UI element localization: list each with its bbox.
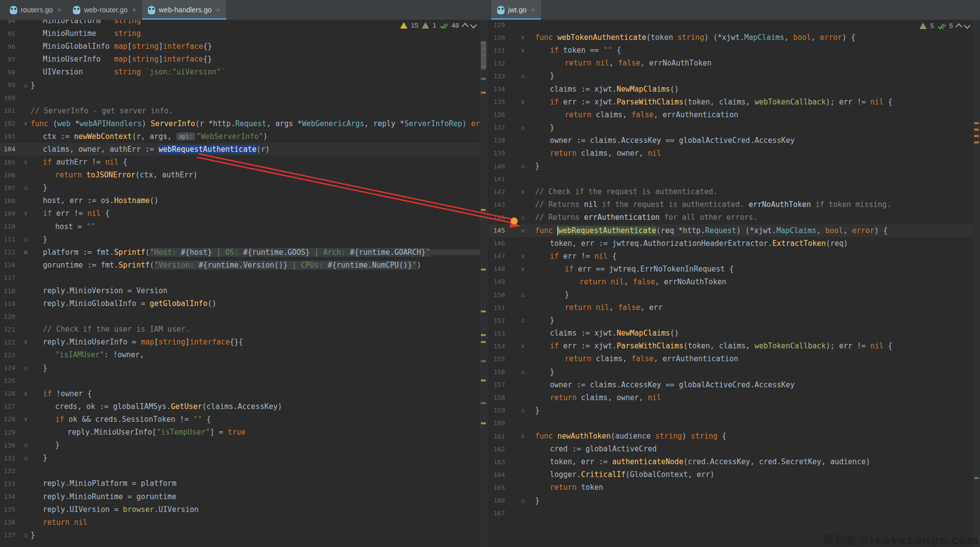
code-line[interactable]: 96MinioGlobalInfo map[string]interface{} — [0, 40, 480, 53]
code-text[interactable]: host = "" — [31, 222, 480, 231]
fold-marker-icon[interactable]: ⌂ — [510, 317, 535, 323]
warning-count[interactable]: 5 — [930, 22, 934, 30]
fold-marker-icon[interactable]: ⌂ — [21, 442, 31, 448]
chevron-down-icon[interactable] — [470, 21, 477, 28]
code-text[interactable]: logger.CriticalIf(GlobalContext, err) — [535, 470, 973, 479]
weak-warning-count[interactable]: 1 — [433, 22, 437, 29]
code-text[interactable]: // ServerInfo - get server info. — [31, 106, 480, 115]
code-line[interactable]: 109∨if err != nil { — [0, 207, 480, 220]
code-line[interactable]: 116goruntime := fmt.Sprintf("Version: #{… — [0, 259, 480, 272]
code-text[interactable]: return nil, false, errNoAuthToken — [535, 59, 973, 68]
stripe-mark[interactable] — [481, 422, 486, 424]
code-line[interactable]: 117 — [0, 272, 480, 284]
code-text[interactable]: goruntime := fmt.Sprintf("Version: #{run… — [31, 261, 480, 270]
code-line[interactable]: 99⌂} — [0, 78, 480, 91]
code-text[interactable]: return nil, false, err — [535, 303, 973, 312]
code-line[interactable]: 136return claims, false, errAuthenticati… — [488, 108, 973, 121]
code-text[interactable]: if authErr != nil { — [31, 158, 480, 167]
stripe-mark[interactable] — [481, 379, 486, 381]
code-line[interactable]: 162cred := globalActiveCred — [488, 443, 973, 455]
stripe-mark[interactable] — [974, 477, 979, 479]
code-line[interactable]: 148∨if err == jwtreq.ErrNoTokenInRequest… — [488, 263, 973, 275]
code-line[interactable]: 106return toJSONError(ctx, authErr) — [0, 169, 480, 181]
ok-count[interactable]: 5 — [949, 22, 953, 30]
code-line[interactable]: 155return claims, false, errAuthenticati… — [488, 352, 973, 365]
fold-marker-icon[interactable]: ⌂ — [510, 408, 535, 413]
code-text[interactable]: func webTokenAuthenticate(token string) … — [535, 33, 973, 42]
stripe-mark[interactable] — [481, 334, 486, 336]
code-line[interactable]: 134claims := xjwt.NewMapClaims() — [488, 82, 973, 95]
code-line[interactable]: 103ctx := newWebContext(r, args, api:"We… — [0, 130, 480, 143]
code-text[interactable]: if err == jwtreq.ErrNoTokenInRequest { — [535, 265, 973, 274]
code-text[interactable]: // Returns errAuthentication for all oth… — [535, 213, 973, 222]
close-icon[interactable]: × — [57, 6, 61, 14]
fold-marker-icon[interactable]: ⌂ — [21, 237, 31, 242]
code-line[interactable]: 98UIVersion string `json:"uiVersion"` — [0, 66, 480, 78]
code-line[interactable]: 138owner := claims.AccessKey == globalAc… — [488, 134, 973, 147]
code-text[interactable]: return claims, owner, nil — [535, 393, 973, 402]
code-text[interactable]: } — [535, 368, 973, 376]
code-line[interactable]: 125 — [0, 375, 480, 387]
code-line[interactable]: 101// ServerInfo - get server info. — [0, 104, 480, 117]
code-line[interactable]: 154∨if err := xjwt.ParseWithClaims(token… — [488, 340, 973, 352]
fold-marker-icon[interactable]: ⌂ — [510, 125, 535, 131]
fold-marker-icon[interactable]: ∨ — [510, 343, 535, 349]
stripe-mark[interactable] — [481, 310, 486, 312]
code-text[interactable]: owner := claims.AccessKey == globalActiv… — [535, 380, 973, 389]
code-line[interactable]: 108host, err := os.Hostname() — [0, 194, 480, 207]
fold-marker-icon[interactable]: ⌂ — [510, 292, 535, 298]
code-line[interactable]: 133⌂} — [488, 69, 973, 82]
fold-marker-icon[interactable]: ∨ — [510, 47, 535, 53]
code-text[interactable]: creds, ok := globalIAMSys.GetUser(claims… — [31, 402, 480, 411]
code-text[interactable]: func (web *webAPIHandlers) ServerInfo(r … — [31, 119, 480, 128]
code-line[interactable]: 137⌂} — [488, 121, 973, 134]
code-line[interactable]: 144⌂// Returns errAuthentication for all… — [488, 211, 973, 224]
code-line[interactable]: 110host = "" — [0, 220, 480, 233]
code-line[interactable]: 152⌂} — [488, 314, 973, 327]
code-text[interactable]: if !owner { — [31, 389, 480, 398]
code-text[interactable]: token, err := jwtreq.AuthorizationHeader… — [535, 239, 973, 248]
code-line[interactable]: 130⌂} — [0, 439, 480, 451]
code-line[interactable]: 141 — [488, 172, 973, 185]
code-text[interactable]: reply.MinioRuntime = goruntime — [31, 492, 480, 501]
tab-jwt-go[interactable]: jwt.go × — [491, 0, 541, 20]
code-text[interactable]: claims := xjwt.NewMapClaims() — [535, 85, 973, 94]
code-text[interactable]: } — [31, 183, 480, 192]
stripe-mark[interactable] — [481, 78, 486, 80]
code-text[interactable]: // Check if the request is authenticated… — [535, 187, 973, 196]
code-line[interactable]: 147∨if err != nil { — [488, 250, 973, 263]
code-text[interactable]: UIVersion string `json:"uiVersion"` — [31, 68, 480, 76]
fold-marker-icon[interactable]: ⌂ — [21, 532, 31, 538]
code-text[interactable]: claims, owner, authErr := webRequestAuth… — [31, 145, 480, 154]
code-line[interactable]: 100 — [0, 92, 480, 104]
stripe-mark[interactable] — [974, 129, 979, 131]
code-line[interactable]: 107⌂} — [0, 181, 480, 194]
stripe-mark[interactable] — [481, 341, 486, 343]
code-text[interactable]: cred := globalActiveCred — [535, 444, 973, 453]
close-icon[interactable]: × — [531, 6, 535, 14]
code-text[interactable]: } — [535, 162, 973, 171]
fold-marker-icon[interactable]: ⌂ — [21, 82, 31, 88]
code-line[interactable]: 119reply.MinioGlobalInfo = getGlobalInfo… — [0, 297, 480, 310]
code-line[interactable]: 149return nil, false, errNoAuthToken — [488, 275, 973, 288]
code-line[interactable]: 124⌂} — [0, 362, 480, 375]
fold-marker-icon[interactable]: ∨ — [510, 189, 535, 195]
code-text[interactable]: MinioUserInfo map[string]interface{} — [31, 55, 480, 64]
code-text[interactable]: } — [535, 496, 973, 505]
left-editor-scrollbar[interactable] — [480, 20, 488, 547]
code-line[interactable]: 142∨// Check if the request is authentic… — [488, 185, 973, 198]
code-line[interactable]: 128∨if ok && creds.SessionToken != "" { — [0, 413, 480, 426]
code-line[interactable]: 129 — [488, 20, 973, 31]
code-text[interactable]: func webRequestAuthenticate(req *http.Re… — [535, 226, 973, 235]
code-line[interactable]: 145∨func webRequestAuthenticate(req *htt… — [488, 224, 973, 237]
code-line[interactable]: 136return nil — [0, 516, 480, 529]
stripe-mark[interactable] — [974, 135, 979, 137]
code-text[interactable]: reply.MinioPlatform = platform — [31, 479, 480, 488]
scrollbar-thumb[interactable] — [481, 41, 486, 70]
fold-marker-icon[interactable]: ∨ — [21, 416, 31, 422]
code-line[interactable]: 123"isIAMUser": !owner, — [0, 348, 480, 361]
code-text[interactable]: } — [535, 71, 973, 80]
fold-marker-icon[interactable]: ⌂ — [21, 365, 31, 371]
code-text[interactable]: } — [31, 81, 480, 90]
fold-marker-icon[interactable]: ⌂ — [21, 185, 31, 191]
